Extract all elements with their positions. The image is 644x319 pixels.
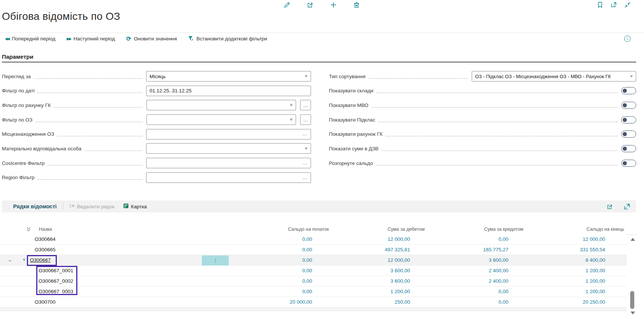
amount-cell[interactable]: 0,00 (302, 268, 312, 273)
delete-icon[interactable] (352, 1, 361, 9)
toggle-off[interactable] (621, 160, 636, 167)
table-row[interactable]: O3006640,0012 000,000,0012 000,00 (0, 234, 627, 245)
text-field[interactable]: … (146, 129, 311, 139)
edit-icon[interactable] (283, 1, 291, 9)
toggle-off[interactable] (621, 145, 636, 152)
amount-cell[interactable]: 8 400,00 (585, 257, 605, 263)
collapse-row-icon[interactable]: ∨ (22, 257, 26, 261)
action-bar: ◀◀ Попередній період ▶▶ Наступний період… (0, 33, 644, 45)
share-icon[interactable] (306, 1, 314, 9)
amount-cell[interactable]: 0,00 (499, 289, 508, 294)
asset-name-cell[interactable]: O300667_0002 (38, 278, 73, 284)
set-additional-filters-button[interactable]: Встановити додаткові фільтри (188, 36, 267, 42)
asset-name-cell[interactable]: O300700 (35, 299, 56, 305)
amount-cell[interactable]: 1 200,00 (585, 268, 605, 273)
fit-to-window-icon[interactable] (623, 202, 631, 211)
scrollbar-thumb[interactable] (630, 291, 634, 309)
assist-edit-button[interactable]: … (300, 100, 311, 110)
amount-cell[interactable]: 0,00 (302, 257, 312, 263)
select-field[interactable]: Місяць∨ (146, 71, 311, 82)
amount-cell[interactable]: 0,00 (499, 299, 508, 305)
amount-cell[interactable]: 12 000,00 (583, 236, 605, 242)
column-header-credit-amount[interactable]: Сума за кредитом (484, 227, 523, 232)
asset-name-cell[interactable]: O300667_0001 (38, 268, 73, 273)
dotted-leader (84, 150, 142, 151)
chevron-down-icon: ∨ (304, 146, 308, 150)
asset-name-cell[interactable]: O300665 (35, 247, 56, 252)
amount-cell[interactable]: 0,00 (302, 278, 312, 284)
select-field[interactable]: ОЗ - Підклас ОЗ - Місцезнаходження ОЗ - … (472, 71, 636, 82)
text-field[interactable]: 01.12.25..31.12.25 (146, 86, 311, 96)
info-icon[interactable]: i (624, 36, 631, 42)
toggle-off[interactable] (621, 116, 636, 123)
column-header-debit-amount[interactable]: Сума за дебетом (388, 227, 425, 232)
new-icon[interactable] (329, 1, 338, 9)
table-row[interactable]: O300667_00020,003 600,002 400,001 200,00 (0, 276, 627, 286)
field-label: Матеріально відповідальна особа (2, 146, 81, 151)
amount-cell[interactable]: 12 000,00 (388, 236, 410, 242)
expand-all-icon[interactable] (26, 227, 31, 233)
lookup-ellipsis-icon[interactable]: … (302, 131, 308, 137)
amount-cell[interactable]: 2 400,00 (489, 268, 508, 273)
toggle-off[interactable] (621, 102, 636, 109)
amount-cell[interactable]: 165 775,27 (483, 247, 508, 252)
amount-cell[interactable]: 20 250,00 (583, 299, 605, 305)
action-label: Встановити додаткові фільтри (196, 36, 267, 42)
table-row[interactable]: O3006650,00497 325,81165 775,27331 550,5… (0, 245, 627, 255)
table-row[interactable]: O300667_00030,001 200,000,001 200,00 (0, 286, 627, 297)
row-context-menu-button[interactable]: ⋮ (202, 255, 229, 266)
field-label: Показувати Підклас (329, 117, 375, 123)
dotted-leader (369, 78, 468, 79)
scrollbar-up-arrow[interactable] (631, 238, 635, 241)
next-period-button[interactable]: ▶▶ Наступний період (67, 36, 115, 42)
field-row: Показати суми в ДЗВ (329, 143, 636, 154)
column-header-name[interactable]: Назва (39, 227, 52, 232)
scrollbar-down-arrow[interactable] (631, 312, 635, 315)
select-field[interactable]: ∨ (146, 143, 311, 154)
field-row: Матеріально відповідальна особа∨ (2, 143, 311, 154)
amount-cell[interactable]: 497 325,81 (385, 247, 410, 252)
select-field[interactable]: ∨ (147, 100, 296, 110)
table-row[interactable]: O300667_00010,003 600,002 400,001 200,00 (0, 266, 627, 276)
lookup-ellipsis-icon[interactable]: … (302, 160, 308, 165)
toggle-off[interactable] (621, 87, 636, 94)
amount-cell[interactable]: 0,00 (499, 236, 508, 242)
table-row[interactable]: O30070020 000,00250,000,0020 250,00 (0, 297, 627, 307)
select-field[interactable]: ∨ (147, 114, 296, 125)
amount-cell[interactable]: 250,00 (395, 299, 410, 305)
table-row[interactable]: →∨O3006670,0012 000,003 600,008 400,00 (0, 255, 627, 266)
text-field[interactable]: … (146, 172, 311, 183)
minimize-icon[interactable] (623, 1, 632, 9)
delete-row-icon (69, 203, 75, 209)
bookmark-icon[interactable] (596, 1, 604, 9)
amount-cell[interactable]: 331 550,54 (580, 247, 605, 252)
amount-cell[interactable]: 3 600,00 (390, 278, 410, 284)
amount-cell[interactable]: 1 200,00 (585, 289, 605, 294)
previous-period-button[interactable]: ◀◀ Попередній період (5, 36, 55, 42)
amount-cell[interactable]: 3 600,00 (489, 257, 508, 263)
refresh-values-button[interactable]: ⟳ Оновити значення (126, 36, 177, 42)
dotted-leader (37, 179, 142, 180)
toggle-off[interactable] (621, 131, 636, 138)
asset-name-cell[interactable]: O300667 (30, 257, 51, 263)
amount-cell[interactable]: 2 400,00 (489, 278, 508, 284)
card-button[interactable]: Картка (123, 203, 147, 209)
assist-edit-button[interactable]: … (300, 114, 311, 125)
amount-cell[interactable]: 1 200,00 (585, 278, 605, 284)
amount-cell[interactable]: 12 000,00 (388, 257, 410, 263)
amount-cell[interactable]: 0,00 (302, 289, 312, 294)
column-header-opening-balance[interactable]: Сальдо на початок (288, 227, 329, 232)
share-icon[interactable] (606, 202, 614, 211)
amount-cell[interactable]: 20 000,00 (290, 299, 312, 305)
amount-cell[interactable]: 1 200,00 (390, 289, 410, 294)
lookup-ellipsis-icon[interactable]: … (302, 174, 308, 180)
field-label: Розгорнуте сальдо (329, 160, 373, 166)
amount-cell[interactable]: 3 600,00 (390, 268, 410, 273)
column-header-closing-balance[interactable]: Сальдо на кінець (586, 227, 624, 232)
amount-cell[interactable]: 0,00 (302, 247, 312, 252)
asset-name-cell[interactable]: O300664 (35, 236, 56, 242)
text-field[interactable]: … (146, 158, 311, 168)
open-in-window-icon[interactable] (610, 1, 618, 9)
amount-cell[interactable]: 0,00 (302, 236, 312, 242)
asset-name-cell[interactable]: O300667_0003 (38, 289, 73, 294)
